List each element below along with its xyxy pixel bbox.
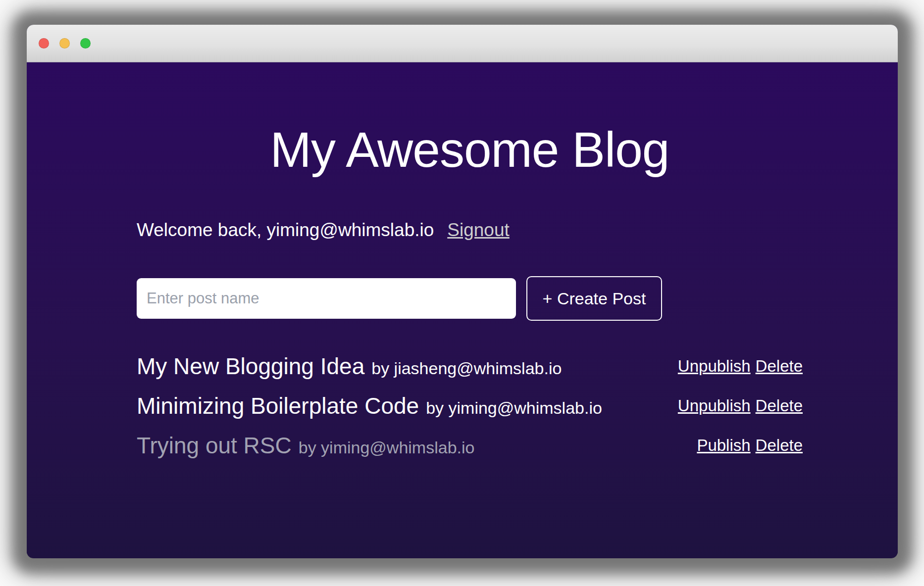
create-post-row: + Create Post [137, 276, 803, 321]
traffic-lights [39, 38, 91, 49]
post-row: Trying out RSC by yiming@whimslab.io Pub… [137, 426, 803, 465]
close-button[interactable] [39, 38, 49, 49]
content-container: My Awesome Blog Welcome back, yiming@whi… [137, 120, 803, 465]
zoom-button[interactable] [80, 38, 91, 49]
publish-link[interactable]: Publish [697, 436, 750, 455]
post-actions: UnpublishDelete [678, 357, 803, 376]
post-byline: by yiming@whimslab.io [299, 438, 475, 457]
user-bar: Welcome back, yiming@whimslab.io Signout [137, 220, 803, 241]
posts-list: My New Blogging Idea by jiasheng@whimsla… [137, 346, 803, 465]
post-actions: PublishDelete [697, 436, 803, 455]
minimize-button[interactable] [59, 38, 70, 49]
create-post-button[interactable]: + Create Post [526, 276, 662, 321]
post-name-input[interactable] [137, 278, 516, 319]
unpublish-link[interactable]: Unpublish [678, 357, 751, 376]
page-background: My Awesome Blog Welcome back, yiming@whi… [27, 62, 898, 558]
delete-link[interactable]: Delete [756, 357, 803, 376]
post-actions: UnpublishDelete [678, 396, 803, 415]
window-titlebar [27, 25, 898, 62]
post-title: My New Blogging Idea [137, 353, 364, 380]
delete-link[interactable]: Delete [756, 436, 803, 455]
signout-link[interactable]: Signout [447, 220, 510, 241]
post-row: Minimizing Boilerplate Code by yiming@wh… [137, 386, 803, 426]
post-row: My New Blogging Idea by jiasheng@whimsla… [137, 346, 803, 386]
post-byline: by yiming@whimslab.io [426, 398, 602, 418]
post-title: Minimizing Boilerplate Code [137, 392, 419, 419]
delete-link[interactable]: Delete [756, 396, 803, 415]
unpublish-link[interactable]: Unpublish [678, 396, 751, 415]
post-main: My New Blogging Idea by jiasheng@whimsla… [137, 353, 562, 380]
post-main: Trying out RSC by yiming@whimslab.io [137, 432, 474, 459]
post-main: Minimizing Boilerplate Code by yiming@wh… [137, 392, 602, 419]
post-byline: by jiasheng@whimslab.io [371, 359, 562, 378]
post-title: Trying out RSC [137, 432, 292, 459]
browser-window: My Awesome Blog Welcome back, yiming@whi… [27, 25, 898, 558]
welcome-text: Welcome back, yiming@whimslab.io [137, 220, 434, 241]
page-title: My Awesome Blog [137, 120, 803, 179]
